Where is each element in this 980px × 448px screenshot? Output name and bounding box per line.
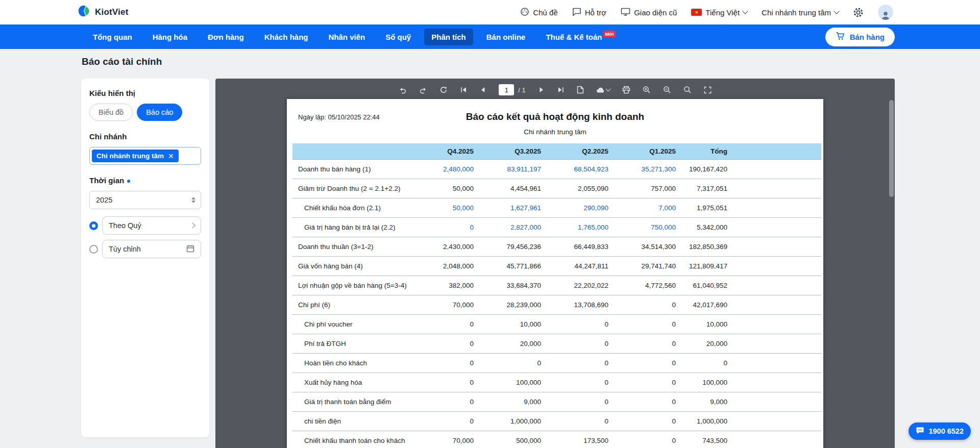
row-label: Chiết khấu thanh toán cho khách <box>292 431 413 448</box>
nav-item[interactable]: Hàng hóa <box>145 29 194 45</box>
report-created-date: Ngày lập: 05/10/2025 22:44 <box>298 113 380 121</box>
support-hotline-button[interactable]: 1900 6522 <box>909 422 971 440</box>
cell-value[interactable]: 2,827,000 <box>481 218 548 237</box>
custom-option-button[interactable]: Tùy chỉnh <box>102 240 201 258</box>
nav-item[interactable]: Khách hàng <box>257 29 315 45</box>
cell-value: 0 <box>548 412 616 431</box>
cell-value[interactable]: 83,911,197 <box>481 160 548 179</box>
nav-item[interactable]: Sổ quỹ <box>378 29 418 45</box>
cell-value: 79,456,236 <box>481 237 548 257</box>
row-label: Doanh thu thuần (3=1-2) <box>292 237 413 257</box>
print-button[interactable] <box>622 86 630 94</box>
language-selector[interactable]: ★ Tiếng Việt <box>691 8 747 17</box>
undo-button[interactable] <box>399 86 407 94</box>
brand-name: KiotViet <box>95 7 129 17</box>
last-page-button[interactable] <box>557 86 565 93</box>
table-row: Chi phí voucher010,0000010,000 <box>292 315 821 334</box>
chat-bubble-icon <box>916 427 924 436</box>
cell-value[interactable]: 0 <box>413 218 481 237</box>
search-button[interactable] <box>683 86 692 94</box>
nav-item[interactable]: Phân tích <box>424 29 473 45</box>
zoom-in-button[interactable] <box>643 86 651 94</box>
cell-spacer <box>734 198 821 218</box>
report-toggle-button[interactable]: Báo cáo <box>137 104 182 121</box>
page-input[interactable] <box>499 84 514 95</box>
cell-value: 0 <box>616 373 683 392</box>
cell-value: 0 <box>413 315 481 334</box>
document-button[interactable] <box>577 86 584 94</box>
cell-spacer <box>734 412 821 431</box>
page-title: Báo cáo tài chính <box>82 56 162 67</box>
cell-value[interactable]: 2,480,000 <box>413 160 481 179</box>
cell-spacer <box>734 373 821 392</box>
cell-value[interactable]: 750,000 <box>616 218 683 237</box>
chart-toggle-button[interactable]: Biểu đồ <box>89 104 133 121</box>
prev-page-button[interactable] <box>479 86 486 93</box>
cell-value[interactable]: 7,000 <box>616 198 683 218</box>
column-header: Q3.2025 <box>481 143 548 160</box>
quarter-radio[interactable] <box>89 221 98 230</box>
sell-button[interactable]: Bán hàng <box>825 28 895 46</box>
next-page-button[interactable] <box>538 86 545 93</box>
nav-item[interactable]: Bán online <box>479 29 533 45</box>
fullscreen-button[interactable] <box>704 86 712 94</box>
row-label: Phí trả ĐTGH <box>292 334 413 354</box>
cell-value: 0 <box>548 373 616 392</box>
cell-value: 70,000 <box>413 295 481 315</box>
redo-button[interactable] <box>419 86 427 94</box>
cell-value[interactable]: 1,765,000 <box>548 218 616 237</box>
branch-filter-input[interactable]: Chi nhánh trung tâm ✕ <box>89 147 201 165</box>
cell-value[interactable]: 290,090 <box>548 198 616 218</box>
branch-selector[interactable]: Chi nhánh trung tâm <box>762 8 839 17</box>
first-page-button[interactable] <box>460 86 467 93</box>
cell-value: 2,430,000 <box>413 237 481 257</box>
nav-item[interactable]: Thuế & Kế toánMới <box>538 28 622 45</box>
calendar-icon <box>186 244 194 254</box>
year-select[interactable]: 2025 <box>89 191 201 209</box>
cell-value: 28,239,000 <box>481 295 548 315</box>
report-table-header-row: Q4.2025Q3.2025Q2.2025Q1.2025Tổng <box>292 143 821 160</box>
cell-spacer <box>734 315 821 334</box>
custom-radio[interactable] <box>89 245 98 254</box>
filters-sidebar: Kiểu hiển thị Biểu đồ Báo cáo Chi nhánh … <box>81 79 209 437</box>
table-row: Chiết khấu hóa đơn (2.1)50,0001,627,9612… <box>292 198 821 218</box>
nav-item[interactable]: Đơn hàng <box>201 29 251 45</box>
remove-chip-icon[interactable]: ✕ <box>168 153 174 160</box>
custom-option-label: Tùy chỉnh <box>109 245 141 253</box>
cell-total: 743,500 <box>683 431 734 448</box>
cell-value[interactable]: 50,000 <box>413 198 481 218</box>
table-row: Giá trị thanh toán bằng điểm09,000009,00… <box>292 392 821 412</box>
cell-value: 22,202,022 <box>548 276 616 295</box>
refresh-button[interactable] <box>439 86 448 94</box>
language-label: Tiếng Việt <box>705 8 740 17</box>
row-label: Doanh thu bán hàng (1) <box>292 160 413 179</box>
chevron-down-icon <box>742 8 748 14</box>
main-nav-items: Tổng quanHàng hóaĐơn hàngKhách hàngNhân … <box>86 28 623 45</box>
monitor-icon <box>621 7 630 18</box>
cell-spacer <box>734 276 821 295</box>
nav-item[interactable]: Tổng quan <box>86 29 139 45</box>
kiotviet-logo[interactable]: KiotViet <box>77 4 129 20</box>
cell-spacer <box>734 392 821 412</box>
gear-icon <box>853 7 864 18</box>
cell-value: 33,684,370 <box>481 276 548 295</box>
settings-gear-button[interactable] <box>853 7 864 18</box>
download-button[interactable] <box>596 86 610 93</box>
theme-link[interactable]: Chủ đề <box>520 7 557 18</box>
info-dot-icon <box>127 180 130 183</box>
cell-value[interactable]: 1,627,961 <box>481 198 548 218</box>
quarter-option-label: Theo Quý <box>109 221 141 230</box>
cell-total: 0 <box>683 354 734 373</box>
table-row: Doanh thu thuần (3=1-2)2,430,00079,456,2… <box>292 237 821 257</box>
quarter-option-button[interactable]: Theo Quý <box>102 216 201 235</box>
cell-value[interactable]: 68,504,923 <box>548 160 616 179</box>
cell-value[interactable]: 35,271,300 <box>616 160 683 179</box>
support-link[interactable]: Hỗ trợ <box>572 7 606 18</box>
user-avatar[interactable] <box>878 5 893 20</box>
cell-total: 1,975,051 <box>683 198 734 218</box>
zoom-out-button[interactable] <box>663 86 671 94</box>
person-icon <box>880 10 891 20</box>
legacy-ui-link[interactable]: Giao diện cũ <box>621 7 677 18</box>
nav-item[interactable]: Nhân viên <box>322 29 373 45</box>
viewer-scrollbar-thumb[interactable] <box>889 100 894 197</box>
